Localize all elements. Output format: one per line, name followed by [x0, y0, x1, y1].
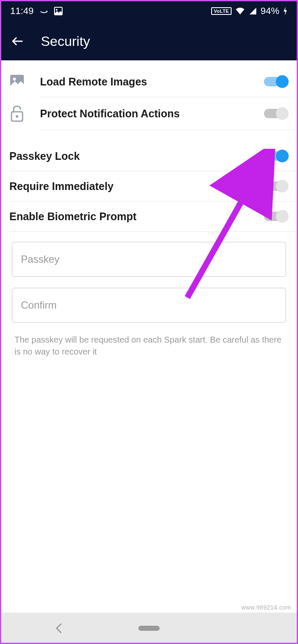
- confirm-input[interactable]: [12, 288, 286, 323]
- svg-point-5: [16, 115, 18, 118]
- statusbar: 11:49 VoLTE 94%: [0, 0, 298, 22]
- statusbar-left: 11:49: [10, 6, 63, 17]
- setting-load-remote-images[interactable]: Load Remote Images: [0, 66, 298, 97]
- setting-label: Protect Notification Actions: [40, 108, 264, 120]
- setting-protect-notification-actions[interactable]: Protect Notification Actions: [0, 97, 298, 130]
- toggle-load-remote-images[interactable]: [264, 74, 289, 89]
- setting-label: Load Remote Images: [40, 76, 264, 88]
- toggle-protect-notification-actions[interactable]: [264, 106, 289, 121]
- svg-point-3: [13, 78, 16, 81]
- setting-label: Require Immediately: [9, 180, 264, 193]
- toggle-passkey-lock[interactable]: [264, 149, 289, 163]
- passkey-form: The passkey will be requested on each Sp…: [0, 232, 298, 357]
- signal-icon: [249, 7, 257, 15]
- svg-point-1: [56, 9, 57, 11]
- statusbar-time: 11:49: [10, 6, 34, 17]
- nav-back-icon[interactable]: [55, 622, 63, 634]
- battery-percent: 94%: [261, 6, 279, 17]
- setting-require-immediately[interactable]: Require Immediately: [0, 171, 298, 201]
- content: Load Remote Images Protect Notification …: [0, 60, 298, 357]
- image-notification-icon: [54, 7, 63, 15]
- unlock-icon: [9, 105, 40, 122]
- volte-icon: VoLTE: [211, 7, 232, 15]
- setting-enable-biometric-prompt[interactable]: Enable Biometric Prompt: [0, 201, 298, 231]
- watermark: www.989214.com: [241, 604, 291, 611]
- setting-label: Enable Biometric Prompt: [9, 210, 264, 223]
- amazon-icon: [40, 8, 48, 14]
- android-navbar: [0, 613, 298, 644]
- setting-label: Passkey Lock: [9, 150, 264, 162]
- image-icon: [9, 74, 40, 89]
- appbar: Security: [0, 22, 298, 60]
- back-arrow-icon[interactable]: [10, 34, 24, 48]
- wifi-icon: [235, 7, 245, 15]
- setting-passkey-lock[interactable]: Passkey Lock: [0, 141, 298, 171]
- charging-icon: [283, 6, 288, 16]
- passkey-hint: The passkey will be requested on each Sp…: [12, 334, 286, 357]
- page-title: Security: [41, 34, 90, 49]
- passkey-input[interactable]: [12, 242, 286, 277]
- toggle-require-immediately[interactable]: [264, 179, 289, 193]
- nav-home-pill[interactable]: [138, 626, 160, 631]
- toggle-enable-biometric-prompt[interactable]: [264, 209, 289, 224]
- statusbar-right: VoLTE 94%: [211, 6, 288, 17]
